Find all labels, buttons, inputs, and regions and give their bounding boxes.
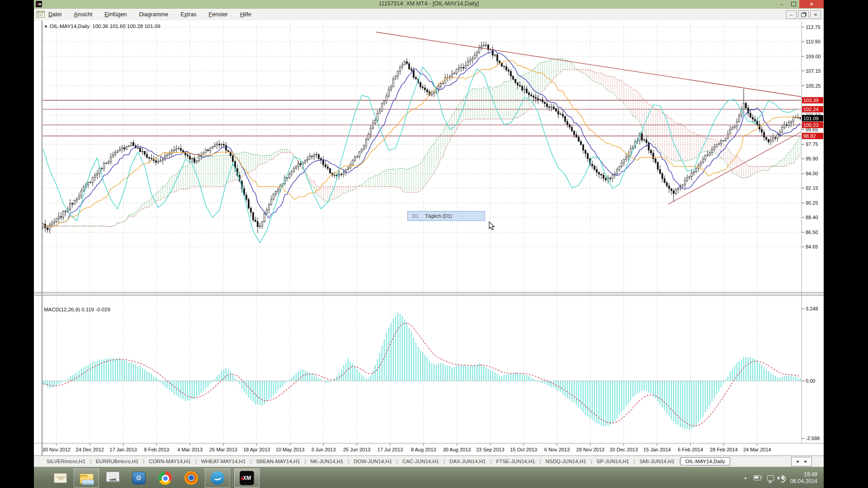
tab-scroll-left-icon[interactable]: ◄ [795, 459, 799, 464]
system-tray: ▲ 19:49 06.04.2014 [744, 471, 819, 485]
trendline[interactable] [668, 132, 801, 204]
tooltip-label: Täglich (D1) [425, 213, 452, 219]
taskbar-icon-mail[interactable] [47, 469, 73, 488]
pane-divider[interactable] [34, 292, 824, 296]
mdi-window-controls: – ✕ [786, 10, 821, 19]
menu-bar: DateiAnsichtEinfügenDiagrammeExtrasFenst… [34, 9, 824, 21]
svg-text:24 Dec 2012: 24 Dec 2012 [76, 447, 104, 452]
title-bar: XM 11157314: XM MT4 - [OIL-MAY14,Daily] … [34, 0, 824, 9]
svg-text:6 Nov 2013: 6 Nov 2013 [544, 447, 570, 452]
grid [43, 22, 801, 443]
svg-text:86.50: 86.50 [806, 230, 818, 235]
battery-icon[interactable] [754, 475, 761, 480]
svg-text:8 Aug 2013: 8 Aug 2013 [411, 447, 436, 452]
chart-tab-ftse-jun14-h1[interactable]: FTSE-JUN14,H1 [491, 458, 539, 465]
chart-tab-nsdq-jun14-h1[interactable]: NSDQ-JUN14,H1 [541, 458, 591, 465]
clock-date: 06.04.2014 [790, 478, 817, 485]
macd-indicator-label: MACD(12,26,9) 0.119 -0.029 [44, 307, 110, 312]
chart-tab-sp-jun14-h1[interactable]: SP-JUN14,H1 [592, 458, 633, 465]
svg-text:25 Jun 2013: 25 Jun 2013 [343, 447, 371, 452]
expander-icon[interactable]: ▼ [44, 24, 48, 29]
svg-text:6 Feb 2014: 6 Feb 2014 [678, 447, 703, 452]
svg-text:92.15: 92.15 [806, 185, 818, 191]
taskbar-icon-xm-mt4[interactable]: XM [234, 469, 259, 488]
taskbar: XM ▲ 19:49 06.04.2014 [34, 467, 824, 488]
restore-icon [801, 13, 806, 17]
chart-tab-silvermicro-h1[interactable]: SILVERmicro,H1 [42, 458, 90, 465]
svg-text:23 Sep 2013: 23 Sep 2013 [476, 447, 504, 452]
chart-tab-smi-jun14-h1[interactable]: SMI-JUN14,H1 [635, 458, 679, 465]
clock-time: 19:49 [790, 471, 817, 478]
taskbar-clock[interactable]: 19:49 06.04.2014 [790, 471, 817, 485]
volume-icon[interactable] [780, 476, 784, 480]
chart-tab-wheat-may14-h1[interactable]: WHEAT-MAY14,H1 [197, 458, 250, 465]
chart-tab-dow-jun14-h1[interactable]: DOW-JUN14,H1 [349, 458, 396, 465]
svg-text:107.15: 107.15 [806, 68, 821, 74]
close-button[interactable]: ✕ [799, 0, 824, 8]
minimize-button[interactable]: – [776, 0, 788, 8]
menu-item-fenster[interactable]: Fenster [209, 11, 228, 18]
price-scale[interactable]: 112.75110.90109.00107.15105.25103.35101.… [802, 24, 823, 441]
svg-text:20 Dec 2013: 20 Dec 2013 [609, 447, 637, 452]
svg-text:15 Jan 2014: 15 Jan 2014 [643, 447, 671, 452]
chart-tab-cac-jun14-h1[interactable]: CAC-JUN14,H1 [398, 458, 443, 465]
svg-text:30 Aug 2013: 30 Aug 2013 [443, 447, 471, 452]
chart-window-icon[interactable] [37, 11, 45, 19]
chart-tab-oil-may14-daily[interactable]: OIL-MAY14,Daily [680, 457, 730, 465]
svg-text:109.00: 109.00 [806, 54, 821, 59]
network-icon[interactable] [767, 475, 774, 481]
price-chart[interactable]: 112.75110.90109.00107.15105.25103.35101.… [34, 20, 824, 455]
taskbar-separator [232, 470, 233, 486]
chart-tab-dax-jun14-h1[interactable]: DAX-JUN14,H1 [445, 458, 491, 465]
svg-text:4 Mar 2013: 4 Mar 2013 [177, 447, 203, 452]
chart-tab-corn-may14-h1[interactable]: CORN-MAY14,H1 [144, 458, 195, 465]
svg-text:0.00: 0.00 [806, 378, 815, 384]
openoffice-icon [211, 471, 224, 485]
symbol-label: OIL-MAY14,Daily [50, 23, 90, 29]
svg-text:8 Feb 2013: 8 Feb 2013 [144, 447, 170, 452]
mdi-restore-button[interactable] [798, 10, 809, 19]
maximize-button[interactable] [788, 0, 799, 8]
taskbar-icon-settings[interactable] [126, 469, 151, 488]
menu-item-datei[interactable]: Datei [48, 11, 61, 18]
svg-text:28 Nov 2013: 28 Nov 2013 [576, 447, 604, 452]
taskbar-icon-firefox[interactable] [179, 469, 204, 488]
settings-icon [132, 472, 146, 484]
symbol-ohlc-readout: ▼OIL-MAY14,Daily 100.36 101.60 100.28 10… [44, 23, 160, 29]
taskbar-app-icons: XM [47, 469, 260, 488]
svg-text:103.39: 103.39 [803, 98, 819, 103]
window-title: 11157314: XM MT4 - [OIL-MAY14,Daily] [34, 0, 824, 7]
svg-text:112.75: 112.75 [806, 24, 821, 30]
tab-scroll-arrows: ◄► [791, 457, 812, 466]
mdi-minimize-button[interactable]: – [786, 10, 797, 19]
taskbar-icon-openoffice[interactable] [205, 469, 230, 488]
menu-item-diagramme[interactable]: Diagramme [139, 11, 169, 18]
menu-item-ansicht[interactable]: Ansicht [74, 11, 92, 18]
svg-text:105.25: 105.25 [806, 83, 821, 89]
chart-window: 112.75110.90109.00107.15105.25103.35101.… [34, 20, 824, 455]
tab-scroll-right-icon[interactable]: ► [804, 459, 808, 464]
menu-item-extras[interactable]: Extras [180, 11, 196, 18]
date-axis[interactable]: 30 Nov 201224 Dec 201217 Jan 20138 Feb 2… [42, 444, 771, 452]
chart-tab-sbean-may14-h1[interactable]: SBEAN-MAY14,H1 [251, 458, 305, 465]
chart-tab-nk-jun14-h1[interactable]: NK-JUN14,H1 [306, 458, 348, 465]
ohlc-values: 100.36 101.60 100.28 101.09 [92, 23, 160, 29]
menu-item-hilfe[interactable]: Hilfe [240, 11, 251, 18]
chart-tab-eurrubmicro-h1[interactable]: EURRUBmicro,H1 [91, 458, 143, 465]
explorer-icon [80, 474, 94, 484]
svg-text:26 Mar 2013: 26 Mar 2013 [209, 447, 237, 452]
trendlines [376, 32, 801, 204]
mdi-close-button[interactable]: ✕ [810, 10, 821, 19]
menu-item-einfgen[interactable]: Einfügen [104, 11, 127, 18]
taskbar-icon-chrome[interactable] [152, 469, 178, 488]
svg-text:30 Nov 2012: 30 Nov 2012 [42, 447, 71, 452]
svg-text:28 Feb 2014: 28 Feb 2014 [710, 447, 738, 452]
svg-text:17 Jul 2013: 17 Jul 2013 [377, 447, 403, 452]
taskbar-icon-explorer[interactable] [74, 469, 99, 488]
hidden-icons-chevron-icon[interactable]: ▲ [744, 476, 747, 480]
maximize-icon [791, 2, 796, 6]
taskbar-icon-system-monitor[interactable] [100, 469, 125, 488]
svg-text:84.65: 84.65 [806, 244, 818, 249]
svg-text:17 Jan 2013: 17 Jan 2013 [109, 447, 137, 452]
xm-mt4-icon: XM [240, 471, 254, 485]
